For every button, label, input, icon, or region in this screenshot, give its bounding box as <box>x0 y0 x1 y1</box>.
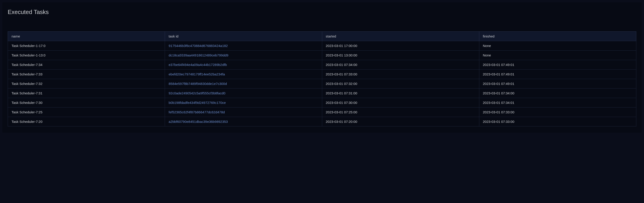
cell-started: 2023-03-01 07:31:00 <box>322 89 479 98</box>
table-row: Task Scheduler-7:31 92c0ade2490542c5a9f5… <box>8 89 636 98</box>
table-row: Task Scheduler-1-13:0 dc18ca5539aa449186… <box>8 51 636 60</box>
cell-task-id[interactable]: e37be64f494e4a09a4c44b17289b2dfb <box>165 60 322 70</box>
table-row: Task Scheduler-7:25 fef52365c62f4f87b866… <box>8 107 636 117</box>
cell-started: 2023-03-01 07:25:00 <box>322 107 479 117</box>
cell-task-id[interactable]: 8584e597f8b7489f94830dde1e7c300d <box>165 79 322 89</box>
cell-started: 2023-03-01 07:34:00 <box>322 60 479 70</box>
cell-name: Task Scheduler-7:33 <box>8 70 165 79</box>
cell-finished: None <box>479 51 636 60</box>
cell-name: Task Scheduler-7:20 <box>8 117 165 126</box>
executed-tasks-panel: Executed Tasks name task id started fini… <box>2 2 642 133</box>
cell-finished: 2023-03-01 07:33:00 <box>479 107 636 117</box>
cell-task-id[interactable]: 92c0ade2490542c5a9f555cf3b8facd0 <box>165 89 322 98</box>
cell-finished: 2023-03-01 07:34:00 <box>479 89 636 98</box>
column-header-name[interactable]: name <box>8 32 165 41</box>
cell-name: Task Scheduler-1-17:0 <box>8 41 165 51</box>
cell-started: 2023-03-01 13:00:00 <box>322 51 479 60</box>
cell-finished: 2023-03-01 07:34:01 <box>479 98 636 107</box>
table-row: Task Scheduler-1-17:0 9175446b3f6c470884… <box>8 41 636 51</box>
cell-task-id[interactable]: dc18ca5539aa44918612489ceb799dd9 <box>165 51 322 60</box>
cell-name: Task Scheduler-7:32 <box>8 79 165 89</box>
cell-name: Task Scheduler-7:30 <box>8 98 165 107</box>
cell-name: Task Scheduler-1-13:0 <box>8 51 165 60</box>
cell-name: Task Scheduler-7:31 <box>8 89 165 98</box>
cell-task-id[interactable]: fef52365c62f4f87b866477dc62d478d <box>165 107 322 117</box>
cell-finished: 2023-03-01 07:49:01 <box>479 60 636 70</box>
column-header-started[interactable]: started <box>322 32 479 41</box>
cell-finished: 2023-03-01 07:49:01 <box>479 70 636 79</box>
cell-name: Task Scheduler-7:25 <box>8 107 165 117</box>
cell-started: 2023-03-01 07:20:00 <box>322 117 479 126</box>
cell-task-id[interactable]: 9175446b3f6c470884d676883424a182 <box>165 41 322 51</box>
cell-finished: 2023-03-01 07:33:00 <box>479 117 636 126</box>
table-row: Task Scheduler-7:33 ebefd20ec79748179ff1… <box>8 70 636 79</box>
cell-task-id[interactable]: a2bbf60790e8451dbac39e36b9892353 <box>165 117 322 126</box>
cell-name: Task Scheduler-7:34 <box>8 60 165 70</box>
cell-finished: 2023-03-01 07:49:01 <box>479 79 636 89</box>
table-row: Task Scheduler-7:30 b0b198fdadfe434f9d24… <box>8 98 636 107</box>
executed-tasks-table: name task id started finished Task Sched… <box>8 31 636 126</box>
cell-started: 2023-03-01 07:30:00 <box>322 98 479 107</box>
column-header-task-id[interactable]: task id <box>165 32 322 41</box>
table-header-row: name task id started finished <box>8 32 636 41</box>
cell-started: 2023-03-01 07:33:00 <box>322 70 479 79</box>
cell-task-id[interactable]: ebefd20ec79748179ff14ee52ba234fa <box>165 70 322 79</box>
cell-task-id[interactable]: b0b198fdadfe434f9d24972769c170ce <box>165 98 322 107</box>
table-row: Task Scheduler-7:34 e37be64f494e4a09a4c4… <box>8 60 636 70</box>
cell-started: 2023-03-01 17:00:00 <box>322 41 479 51</box>
table-row: Task Scheduler-7:20 a2bbf60790e8451dbac3… <box>8 117 636 126</box>
table-body: Task Scheduler-1-17:0 9175446b3f6c470884… <box>8 41 636 126</box>
panel-title: Executed Tasks <box>8 8 636 15</box>
cell-finished: None <box>479 41 636 51</box>
table-row: Task Scheduler-7:32 8584e597f8b7489f9483… <box>8 79 636 89</box>
cell-started: 2023-03-01 07:32:00 <box>322 79 479 89</box>
column-header-finished[interactable]: finished <box>479 32 636 41</box>
